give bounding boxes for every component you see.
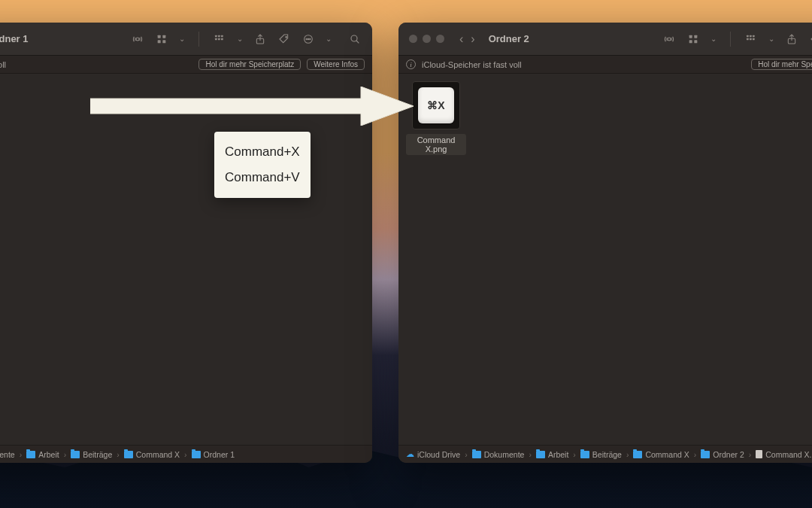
close-button[interactable] xyxy=(409,35,417,43)
svg-rect-22 xyxy=(694,40,697,43)
tag-icon[interactable] xyxy=(277,32,291,46)
svg-rect-23 xyxy=(747,35,749,37)
path-separator: › xyxy=(117,450,120,459)
chevron-down-icon[interactable]: ⌄ xyxy=(710,35,717,43)
get-more-storage-button[interactable]: Hol dir mehr Speicherplatz xyxy=(198,59,301,70)
tag-icon[interactable] xyxy=(809,32,812,46)
info-icon: i xyxy=(406,59,416,69)
share-icon[interactable] xyxy=(253,32,267,46)
folder-icon xyxy=(26,451,35,458)
folder-icon xyxy=(124,451,133,458)
svg-point-14 xyxy=(306,38,307,39)
svg-rect-10 xyxy=(221,38,223,40)
minimize-button[interactable] xyxy=(423,35,431,43)
chevron-down-icon[interactable]: ⌄ xyxy=(326,35,332,43)
path-separator: › xyxy=(573,450,576,459)
window-controls xyxy=(409,35,444,43)
search-icon[interactable] xyxy=(348,32,362,46)
get-more-storage-button[interactable]: Hol dir mehr Speicherplat xyxy=(751,59,812,70)
path-crumb[interactable]: Dokumente xyxy=(472,450,525,459)
svg-rect-25 xyxy=(753,35,755,37)
svg-rect-7 xyxy=(221,35,223,37)
finder-window-left: › Ordner 1 ⌄ ⌄ ⌄ r ist fast voll Hol dir… xyxy=(0,23,372,463)
svg-point-18 xyxy=(668,38,671,41)
svg-rect-4 xyxy=(162,40,165,43)
notice-text: iCloud-Speicher ist fast voll xyxy=(422,60,522,69)
toolbar-separator xyxy=(198,32,199,47)
titlebar: ‹ › Ordner 2 ⌄ ⌄ xyxy=(398,23,812,56)
file-item[interactable]: ⌘X Command X.png xyxy=(406,81,466,155)
path-crumb[interactable]: Arbeit xyxy=(26,450,59,459)
path-separator: › xyxy=(749,450,752,459)
airdrop-icon[interactable] xyxy=(131,32,144,46)
path-separator: › xyxy=(626,450,629,459)
view-grid-icon[interactable] xyxy=(155,32,168,46)
svg-rect-9 xyxy=(218,38,220,40)
keycap-icon: ⌘X xyxy=(418,87,454,123)
toolbar-separator xyxy=(730,32,731,47)
svg-point-15 xyxy=(308,38,308,39)
path-crumb[interactable]: Ordner 1 xyxy=(192,450,235,459)
chevron-down-icon[interactable]: ⌄ xyxy=(768,35,774,43)
path-bar: Dokumente › Arbeit › Beiträge › Command … xyxy=(0,445,372,463)
folder-icon xyxy=(472,451,481,458)
svg-point-12 xyxy=(286,36,287,38)
maximize-button[interactable] xyxy=(436,35,444,43)
titlebar: › Ordner 1 ⌄ ⌄ ⌄ xyxy=(0,23,372,56)
group-icon[interactable] xyxy=(744,32,758,46)
path-crumb[interactable]: Ordner 2 xyxy=(701,450,744,459)
nav-forward-icon[interactable]: › xyxy=(471,32,474,46)
group-icon[interactable] xyxy=(213,32,226,46)
folder-content-area[interactable]: ⌘X Command X.png xyxy=(398,74,812,445)
path-crumb[interactable]: Beiträge xyxy=(71,450,112,459)
path-separator: › xyxy=(465,450,468,459)
svg-rect-3 xyxy=(158,40,161,43)
shortcut-line-2: Command+V xyxy=(225,165,300,190)
folder-content-area[interactable] xyxy=(0,74,372,445)
icloud-notice-bar: r ist fast voll Hol dir mehr Speicherpla… xyxy=(0,56,372,74)
folder-icon xyxy=(536,451,545,458)
notice-text: r ist fast voll xyxy=(0,60,6,69)
path-crumb[interactable]: Arbeit xyxy=(536,450,568,459)
path-crumb[interactable]: Command X.png xyxy=(756,450,812,459)
svg-rect-19 xyxy=(689,35,692,38)
more-icon[interactable] xyxy=(301,32,315,46)
svg-rect-26 xyxy=(747,38,749,40)
path-crumb[interactable]: ☁iCloud Drive xyxy=(406,449,460,459)
svg-point-17 xyxy=(351,35,357,41)
chevron-down-icon[interactable]: ⌄ xyxy=(237,35,243,43)
share-icon[interactable] xyxy=(785,32,798,46)
chevron-down-icon[interactable]: ⌄ xyxy=(179,35,185,43)
path-crumb[interactable]: Dokumente xyxy=(0,450,15,459)
toolbar-icons: ⌄ ⌄ ⌄ xyxy=(131,32,362,47)
path-crumb[interactable]: Beiträge xyxy=(580,450,622,459)
path-separator: › xyxy=(184,450,187,459)
window-title: Ordner 1 xyxy=(0,33,29,44)
path-separator: › xyxy=(64,450,67,459)
path-crumb[interactable]: Command X xyxy=(124,450,180,459)
icloud-notice-bar: i iCloud-Speicher ist fast voll Hol dir … xyxy=(398,56,812,74)
file-icon xyxy=(756,450,762,458)
folder-icon xyxy=(192,451,201,458)
file-thumbnail: ⌘X xyxy=(412,81,460,129)
svg-rect-1 xyxy=(158,35,161,38)
svg-rect-27 xyxy=(750,38,752,40)
path-crumb[interactable]: Command X xyxy=(633,450,689,459)
nav-back-icon[interactable]: ‹ xyxy=(459,32,463,46)
more-info-button[interactable]: Weitere Infos xyxy=(307,59,365,70)
finder-window-right: ‹ › Ordner 2 ⌄ ⌄ i iCloud-Speicher ist f… xyxy=(398,23,812,463)
folder-icon xyxy=(580,451,589,458)
path-separator: › xyxy=(694,450,697,459)
path-bar: ☁iCloud Drive › Dokumente › Arbeit › Bei… xyxy=(398,445,812,463)
file-name-label[interactable]: Command X.png xyxy=(406,134,466,155)
svg-rect-20 xyxy=(694,35,697,38)
folder-icon xyxy=(633,451,642,458)
shortcut-overlay-card: Command+X Command+V xyxy=(214,132,311,198)
view-grid-icon[interactable] xyxy=(686,32,700,46)
svg-rect-5 xyxy=(215,35,217,37)
folder-icon xyxy=(71,451,80,458)
airdrop-icon[interactable] xyxy=(662,32,676,46)
path-separator: › xyxy=(20,450,23,459)
svg-rect-6 xyxy=(218,35,220,37)
nav-arrows: ‹ › xyxy=(459,32,475,46)
